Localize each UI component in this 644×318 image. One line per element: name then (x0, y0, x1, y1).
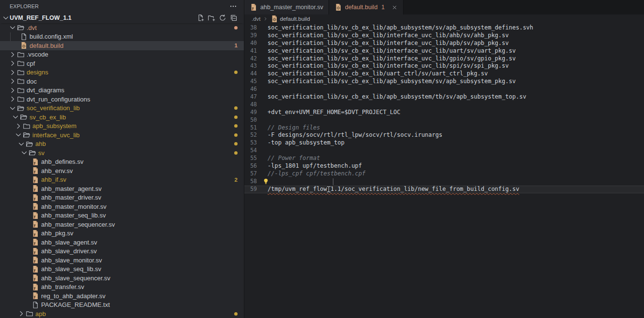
code-line-49[interactable]: 49+dvt_env+UVM_REF_HOME=$DVT_PROJECT_LOC (244, 109, 644, 116)
tree-item-soc_verification_lib[interactable]: soc_verification_lib (0, 104, 244, 113)
tree-item-PACKAGE_README.txt[interactable]: PACKAGE_README.txt (0, 301, 244, 310)
tree-item-interface_uvc_lib[interactable]: interface_uvc_lib (0, 130, 244, 140)
folder-open-icon (16, 24, 25, 31)
tree-item-ahb_master_seq_lib.sv[interactable]: ahb_master_seq_lib.sv (0, 211, 244, 220)
project-section-header[interactable]: UVM_REF_FLOW_1.1 (0, 12, 244, 23)
tree-item-ahb_master_driver.sv[interactable]: ahb_master_driver.sv (0, 193, 244, 202)
tree-item-ahb_master_agent.sv[interactable]: ahb_master_agent.sv (0, 184, 244, 193)
line-number: 54 (244, 147, 257, 155)
tree-item-ahb_slave_sequencer.sv[interactable]: ahb_slave_sequencer.sv (0, 274, 244, 283)
chevron-right-icon[interactable] (9, 51, 16, 58)
tree-item-doc[interactable]: doc (0, 77, 244, 86)
chevron-down-icon[interactable] (15, 131, 22, 139)
tree-item-ahb_slave_monitor.sv[interactable]: ahb_slave_monitor.sv (0, 256, 244, 265)
new-file-icon[interactable] (196, 14, 204, 22)
tree-item-label: ahb_master_seq_lib.sv (41, 212, 106, 219)
build-file-icon (334, 3, 342, 11)
tree-item-.dvt[interactable]: .dvt (0, 23, 244, 32)
tree-item-.vscode[interactable]: .vscode (0, 50, 244, 59)
line-number: 58 (244, 178, 257, 186)
chevron-down-icon[interactable] (17, 140, 25, 148)
code-line-55[interactable]: 55// Power format (244, 155, 644, 162)
refresh-icon[interactable] (219, 14, 226, 22)
folder-icon (16, 59, 25, 67)
tree-item-apb_subsystem[interactable]: apb_subsystem (0, 122, 244, 131)
chevron-down-icon[interactable] (9, 104, 16, 112)
lightbulb-icon[interactable] (263, 178, 269, 185)
tree-item-default.build[interactable]: default.build1 (0, 41, 244, 50)
code-line-59[interactable]: 59/tmp/uvm_ref_flow_1.1/soc_verification… (244, 186, 644, 193)
tree-item-ahb_slave_agent.sv[interactable]: ahb_slave_agent.sv (0, 238, 244, 247)
tree-item-ahb_if.sv[interactable]: ahb_if.sv2 (0, 175, 244, 185)
tree-item-reg_to_ahb_adapter.sv[interactable]: reg_to_ahb_adapter.sv (0, 291, 244, 301)
tree-item-ahb[interactable]: ahb (0, 140, 244, 149)
tree-item-build.config.xml[interactable]: build.config.xml (0, 32, 244, 42)
chevron-down-icon[interactable] (20, 149, 28, 157)
tab-ahb_master_monitor.sv[interactable]: ahb_master_monitor.sv (244, 0, 329, 14)
line-text: soc_verification_lib/sv_cb_ex_lib/apb_su… (268, 24, 533, 32)
tree-item-dvt_run_configurations[interactable]: dvt_run_configurations (0, 95, 244, 104)
line-number: 46 (244, 86, 257, 93)
tree-item-cpf[interactable]: cpf (0, 59, 244, 68)
code-line-42[interactable]: 42soc_verification_lib/sv_cb_ex_lib/inte… (244, 55, 644, 63)
breadcrumb-folder[interactable]: .dvt (252, 16, 261, 22)
code-line-47[interactable]: 47soc_verification_lib/sv_cb_ex_lib/apb_… (244, 93, 644, 101)
tab-default.build[interactable]: default.build1 (329, 0, 404, 14)
code-line-44[interactable]: 44soc_verification_lib/sv_cb_ex_lib/uart… (244, 70, 644, 78)
code-line-53[interactable]: 53-top apb_subsystem_top (244, 139, 644, 147)
chevron-down-icon[interactable] (9, 24, 16, 31)
folder-icon (22, 122, 30, 130)
code-editor[interactable]: 38soc_verification_lib/sv_cb_ex_lib/apb_… (244, 23, 644, 318)
tree-item-apb[interactable]: apb (0, 309, 244, 318)
breadcrumb-file[interactable]: default.build (280, 16, 310, 22)
tree-item-ahb_pkg.sv[interactable]: ahb_pkg.sv (0, 229, 244, 238)
chevron-right-icon[interactable] (9, 77, 16, 85)
chevron-right-icon[interactable] (9, 87, 16, 94)
tree-item-label: ahb_slave_sequencer.sv (41, 275, 110, 282)
collapse-all-icon[interactable] (230, 14, 238, 22)
code-line-56[interactable]: 56-lps_1801 upf/testbench.upf (244, 162, 644, 170)
views-and-more-actions-icon[interactable] (229, 2, 237, 10)
code-line-43[interactable]: 43soc_verification_lib/sv_cb_ex_lib/inte… (244, 62, 644, 70)
tree-item-label: ahb_master_monitor.sv (41, 203, 106, 210)
tree-item-ahb_slave_seq_lib.sv[interactable]: ahb_slave_seq_lib.sv (0, 265, 244, 274)
tree-item-ahb_master_monitor.sv[interactable]: ahb_master_monitor.sv (0, 202, 244, 211)
close-icon[interactable] (391, 4, 398, 11)
code-line-41[interactable]: 41soc_verification_lib/sv_cb_ex_lib/inte… (244, 47, 644, 55)
tree-item-ahb_slave_driver.sv[interactable]: ahb_slave_driver.sv (0, 247, 244, 256)
file-icon (31, 301, 39, 309)
tree-item-sv[interactable]: sv (0, 148, 244, 158)
line-number: 48 (244, 101, 257, 109)
chevron-right-icon[interactable] (17, 310, 25, 318)
chevron-down-icon[interactable] (2, 14, 10, 22)
tree-item-ahb_env.sv[interactable]: ahb_env.sv (0, 166, 244, 175)
code-line-45[interactable]: 45soc_verification_lib/sv_cb_ex_lib/apb_… (244, 78, 644, 86)
tree-item-label: designs (27, 69, 48, 76)
code-line-40[interactable]: 40soc_verification_lib/sv_cb_ex_lib/inte… (244, 40, 644, 47)
code-line-54[interactable]: 54 (244, 147, 644, 155)
code-line-52[interactable]: 52-F designs/socv/rtl/rtl_lpw/socv/rtl/s… (244, 131, 644, 139)
chevron-right-icon[interactable] (9, 95, 16, 103)
line-text: soc_verification_lib/sv_cb_ex_lib/uart_c… (268, 70, 488, 78)
tree-item-dvt_diagrams[interactable]: dvt_diagrams (0, 86, 244, 95)
code-line-48[interactable]: 48 (244, 101, 644, 109)
chevron-right-icon[interactable] (15, 122, 22, 130)
line-number: 39 (244, 32, 257, 40)
chevron-right-icon[interactable] (9, 69, 16, 76)
chevron-down-icon[interactable] (12, 113, 19, 121)
tree-item-sv_cb_ex_lib[interactable]: sv_cb_ex_lib (0, 113, 244, 122)
code-line-57[interactable]: 57//-lps_cpf cpf/testbench.cpf (244, 170, 644, 178)
sv-file-icon (31, 292, 39, 300)
code-line-51[interactable]: 51// Design files (244, 124, 644, 132)
new-folder-icon[interactable] (208, 14, 215, 22)
chevron-right-icon[interactable] (9, 59, 16, 67)
code-line-39[interactable]: 39soc_verification_lib/sv_cb_ex_lib/inte… (244, 32, 644, 40)
code-line-38[interactable]: 38soc_verification_lib/sv_cb_ex_lib/apb_… (244, 24, 644, 32)
tree-item-designs[interactable]: designs (0, 68, 244, 77)
code-line-58[interactable]: 58 (244, 178, 644, 186)
code-line-46[interactable]: 46 (244, 86, 644, 93)
tree-item-ahb_defines.sv[interactable]: ahb_defines.sv (0, 158, 244, 167)
tree-item-ahb_master_sequencer.sv[interactable]: ahb_master_sequencer.sv (0, 220, 244, 229)
tree-item-ahb_transfer.sv[interactable]: ahb_transfer.sv (0, 283, 244, 292)
code-line-50[interactable]: 50 (244, 116, 644, 124)
